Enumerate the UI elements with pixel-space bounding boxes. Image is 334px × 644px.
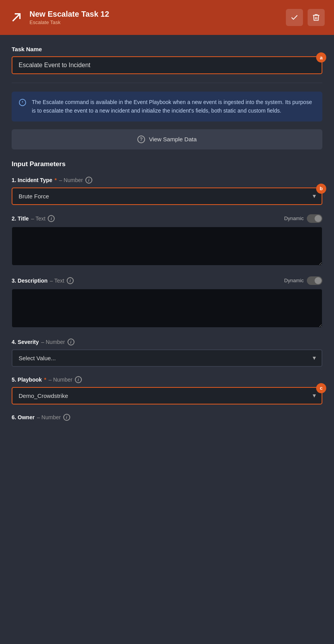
- severity-select[interactable]: Select Value...: [12, 349, 322, 367]
- required-star-5: *: [44, 377, 46, 383]
- param-3-number: 3. Description: [12, 278, 48, 284]
- param-incident-type-label: 1. Incident Type* – Number i: [12, 177, 92, 184]
- param-1-info-icon[interactable]: i: [85, 177, 92, 184]
- view-sample-data-button[interactable]: ? View Sample Data: [12, 129, 322, 149]
- param-owner-label-row: 6. Owner – Number i: [12, 414, 322, 421]
- param-title: 2. Title – Text i Dynamic: [12, 214, 322, 267]
- param-3-info-icon[interactable]: i: [67, 277, 74, 284]
- description-toggle-knob: [315, 277, 322, 284]
- title-dynamic-row: Dynamic: [284, 214, 322, 223]
- required-star-1: *: [55, 177, 57, 183]
- param-5-info-icon[interactable]: i: [75, 376, 82, 383]
- param-playbook-label: 5. Playbook* – Number i: [12, 376, 82, 383]
- param-6-type: – Number: [37, 414, 61, 420]
- incident-type-select[interactable]: Brute Force: [12, 187, 322, 205]
- task-name-input[interactable]: [12, 56, 322, 74]
- task-name-label: Task Name: [12, 46, 322, 52]
- param-description-label: 3. Description – Text i: [12, 277, 74, 284]
- param-6-info-icon[interactable]: i: [63, 414, 70, 421]
- title-textarea[interactable]: [12, 227, 322, 266]
- title-dynamic-label: Dynamic: [284, 215, 304, 221]
- title-dynamic-toggle[interactable]: [307, 214, 322, 223]
- param-2-number: 2. Title: [12, 215, 29, 222]
- param-2-type: – Text: [31, 215, 45, 222]
- description-textarea[interactable]: [12, 289, 322, 328]
- param-playbook-label-row: 5. Playbook* – Number i: [12, 376, 322, 383]
- escalate-task-icon: [9, 10, 23, 24]
- param-4-number: 4. Severity: [12, 339, 39, 345]
- param-4-type: – Number: [41, 339, 65, 345]
- badge-c: c: [316, 383, 326, 393]
- playbook-select-wrapper: Demo_Crowdstrike ▼ c: [12, 387, 322, 404]
- param-5-type: – Number: [48, 377, 72, 383]
- input-parameters-title: Input Parameters: [12, 160, 322, 168]
- param-2-info-icon[interactable]: i: [48, 215, 55, 222]
- title-toggle-knob: [315, 215, 322, 222]
- info-icon: [19, 99, 26, 108]
- severity-select-wrapper: Select Value... ▼: [12, 349, 322, 367]
- header-subtitle: Escalate Task: [29, 19, 109, 25]
- description-dynamic-row: Dynamic: [284, 276, 322, 285]
- divider-1: [12, 83, 322, 83]
- param-owner: 6. Owner – Number i: [12, 414, 322, 421]
- info-text: The Escalate command is available in the…: [32, 98, 315, 115]
- param-3-type: – Text: [50, 278, 64, 284]
- task-name-wrapper: a: [12, 56, 322, 74]
- param-5-number: 5. Playbook: [12, 377, 42, 383]
- param-title-label-row: 2. Title – Text i Dynamic: [12, 214, 322, 223]
- playbook-select[interactable]: Demo_Crowdstrike: [12, 387, 322, 404]
- header: New Escalate Task 12 Escalate Task: [0, 0, 334, 35]
- question-icon: ?: [137, 135, 145, 143]
- svg-line-0: [13, 14, 20, 21]
- confirm-button[interactable]: [286, 9, 303, 26]
- header-actions: [286, 9, 325, 26]
- param-severity-label-row: 4. Severity – Number i: [12, 338, 322, 345]
- header-title: New Escalate Task 12: [29, 10, 109, 19]
- description-dynamic-label: Dynamic: [284, 278, 304, 283]
- param-title-label: 2. Title – Text i: [12, 215, 55, 222]
- incident-type-select-wrapper: Brute Force ▼ b: [12, 187, 322, 205]
- param-incident-type: 1. Incident Type* – Number i Brute Force…: [12, 177, 322, 205]
- param-6-number: 6. Owner: [12, 414, 35, 420]
- badge-a: a: [316, 52, 326, 62]
- main-content: Task Name a The Escalate command is avai…: [0, 35, 334, 446]
- param-incident-type-label-row: 1. Incident Type* – Number i: [12, 177, 322, 184]
- param-severity: 4. Severity – Number i Select Value... ▼: [12, 338, 322, 367]
- param-playbook: 5. Playbook* – Number i Demo_Crowdstrike…: [12, 376, 322, 404]
- header-left: New Escalate Task 12 Escalate Task: [9, 10, 109, 25]
- param-1-number: 1. Incident Type: [12, 177, 52, 183]
- param-severity-label: 4. Severity – Number i: [12, 338, 74, 345]
- param-4-info-icon[interactable]: i: [67, 338, 74, 345]
- header-title-block: New Escalate Task 12 Escalate Task: [29, 10, 109, 25]
- description-dynamic-toggle[interactable]: [307, 276, 322, 285]
- delete-button[interactable]: [308, 9, 325, 26]
- param-owner-label: 6. Owner – Number i: [12, 414, 70, 421]
- param-description: 3. Description – Text i Dynamic: [12, 276, 322, 329]
- param-description-label-row: 3. Description – Text i Dynamic: [12, 276, 322, 285]
- badge-b: b: [316, 184, 326, 194]
- param-1-type: – Number: [59, 177, 83, 183]
- view-sample-data-label: View Sample Data: [149, 136, 197, 142]
- info-box: The Escalate command is available in the…: [12, 92, 322, 122]
